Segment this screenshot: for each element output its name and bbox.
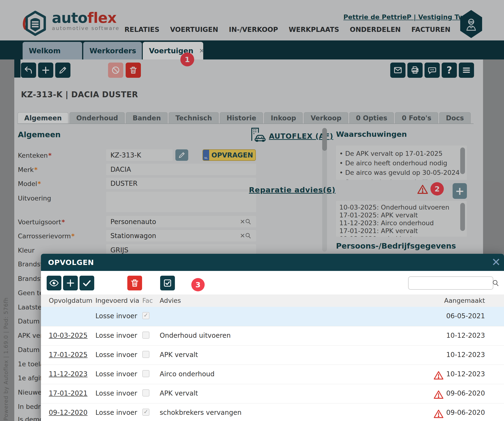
eye-icon (49, 278, 59, 288)
followup-date-link[interactable]: 10-03-2025 (49, 332, 88, 339)
followup-date-link[interactable]: 09-12-2020 (49, 409, 88, 416)
fac-checkbox[interactable] (142, 409, 150, 416)
col-opvolgdatum[interactable]: Opvolgdatum (49, 297, 92, 304)
check-icon (82, 278, 92, 288)
confirm-button[interactable] (79, 276, 94, 291)
powered-by-footer: Powered by Autoflex | 1.69.0 | Pod: 576f… (3, 297, 9, 421)
followup-date-link[interactable]: 17-01-2021 (49, 389, 88, 397)
col-advies[interactable]: Advies (160, 297, 181, 304)
followup-row[interactable]: 17-01-2021 Losse invoer APK vervalt 09-0… (41, 384, 504, 403)
fac-checkbox[interactable] (142, 351, 150, 358)
autoflex-app: autoflex automotive software RELATIES VO… (0, 0, 504, 421)
followup-row[interactable]: 17-01-2025 Losse invoer APK vervalt 10-1… (41, 345, 504, 365)
followup-row[interactable]: Losse invoer 06-05-2021 (41, 307, 504, 326)
opvolgen-modal: OPVOLGEN ✕ 3 Opvolgdatum Ingevoerd via F… (41, 254, 504, 421)
modal-close-icon[interactable]: ✕ (491, 257, 501, 267)
modal-header: OPVOLGEN ✕ (41, 254, 504, 271)
trash-icon (130, 278, 139, 288)
followup-row[interactable]: 10-03-2025 Losse invoer Onderhoud uitvoe… (41, 326, 504, 346)
search-input[interactable] (408, 279, 491, 287)
delete-followup-button[interactable] (127, 276, 142, 291)
modal-title: OPVOLGEN (48, 258, 94, 267)
warning-triangle-icon (433, 389, 444, 400)
followup-row[interactable]: 11-12-2023 Losse invoer Airco onderhoud … (41, 365, 504, 384)
search-icon (491, 279, 499, 287)
followup-date-link[interactable]: 11-12-2023 (49, 370, 88, 378)
fac-checkbox[interactable] (142, 312, 150, 319)
checkbox-check-icon (163, 278, 172, 288)
plus-icon (66, 278, 75, 288)
col-fac[interactable]: Fac (142, 297, 153, 304)
view-button[interactable] (47, 276, 61, 291)
fac-checkbox[interactable] (142, 389, 150, 397)
warning-triangle-icon (433, 370, 444, 380)
fac-checkbox[interactable] (142, 370, 150, 377)
select-all-button[interactable] (160, 276, 175, 291)
col-aangemaakt[interactable]: Aangemaakt (444, 297, 485, 304)
followup-date-link[interactable]: 17-01-2025 (49, 351, 88, 359)
step-badge-3: 3 (191, 278, 205, 291)
fac-checkbox[interactable] (142, 332, 150, 339)
warning-triangle-icon (433, 409, 444, 419)
followup-row[interactable]: 09-12-2020 Losse invoer schokbrekers ver… (41, 403, 504, 421)
modal-search (408, 276, 493, 290)
followups-table-header: Opvolgdatum Ingevoerd via Fac Advies Aan… (41, 295, 504, 307)
add-followup-button[interactable] (63, 276, 78, 291)
col-ingevoerd-via[interactable]: Ingevoerd via (96, 297, 139, 304)
